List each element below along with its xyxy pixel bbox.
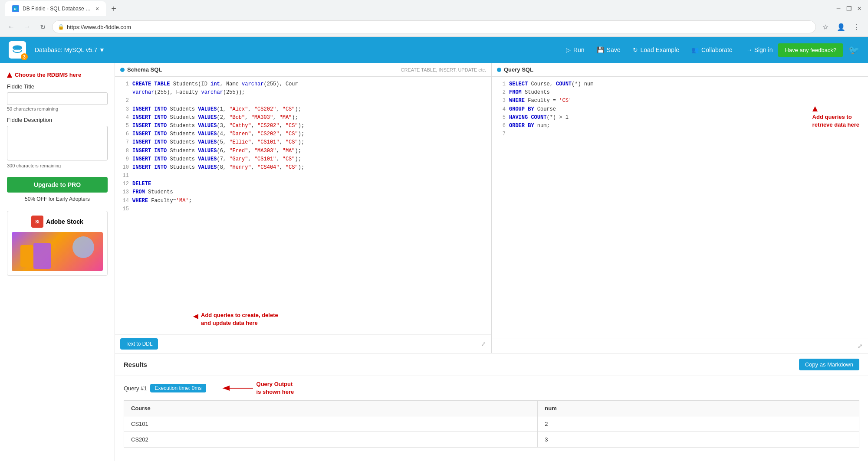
save-icon: 💾 [597,46,604,53]
results-header: Results Copy as Markdown [115,353,868,376]
app-logo: 3 [9,41,26,59]
schema-expand-icon[interactable]: ⤢ [481,340,486,347]
account-btn[interactable]: 👤 [835,21,847,33]
tab-favicon: D [12,5,19,12]
tab-close-btn[interactable]: × [95,5,99,12]
text-to-ddl-button[interactable]: Text to DDL [120,338,158,350]
sign-in-button[interactable]: → Sign in [746,46,773,53]
add-queries-schema-annotation: Add queries to create, deleteand update … [201,311,278,327]
sign-in-icon: → [746,46,753,53]
query-panel-label: Query SQL [504,66,533,73]
adobe-image [12,232,103,271]
query-number-label: Query #1 [124,385,147,392]
upgrade-button[interactable]: Upgrade to PRO [7,177,108,193]
load-example-button[interactable]: ↻ Load Example [628,44,685,56]
adobe-name: Adobe Stock [46,218,83,225]
feedback-button[interactable]: Have any feedback? [778,43,843,57]
svg-text:D: D [14,7,16,11]
menu-btn[interactable]: ⋮ [851,21,863,33]
close-btn[interactable]: × [856,5,863,12]
svg-point-2 [13,46,22,49]
results-title: Results [124,361,147,368]
header-nav: Database: MySQL v5.7 ▼ [35,46,552,53]
schema-panel-header: Schema SQL CREATE TABLE, INSERT, UPDATE … [115,63,491,77]
result-course-2: CS202 [124,432,538,448]
maximize-btn[interactable]: ❐ [845,5,852,12]
fiddle-title-label: Fiddle Title [7,83,108,90]
adobe-logo: St [31,216,43,228]
fiddle-desc-label: Fiddle Description [7,117,108,123]
schema-panel-label: Schema SQL [127,66,162,73]
run-icon: ▷ [566,46,571,53]
load-icon: ↻ [633,46,638,53]
query-panel-header: Query SQL [492,63,868,77]
fiddle-title-chars: 50 characters remaining [7,106,108,111]
results-panel: Results Copy as Markdown Query #1 Execut… [115,353,868,461]
query-panel: Query SQL 1SELECT Course, COUNT(*) num 2… [492,63,868,353]
result-row-2: CS202 3 [124,432,859,448]
result-course-1: CS101 [124,416,538,432]
adobe-ad: St Adobe Stock [7,211,108,276]
editor-area: Schema SQL CREATE TABLE, INSERT, UPDATE … [115,63,868,461]
logo-badge: 3 [21,53,28,60]
results-table: Course num CS101 2 CS202 [124,400,859,448]
browser-window: D DB Fiddle - SQL Database Playgr... × +… [0,0,868,461]
fiddle-title-input[interactable] [7,92,108,105]
query-panel-footer: ⤢ [492,339,868,353]
fiddle-desc-section: Fiddle Description 300 characters remain… [7,117,108,168]
header-right: → Sign in Have any feedback? 🐦 [746,43,859,57]
forward-btn[interactable]: → [21,21,33,33]
query-expand-icon[interactable]: ⤢ [858,343,863,350]
url-text: https://www.db-fiddle.com [67,24,810,30]
schema-panel-footer: Text to DDL ⤢ [115,334,491,353]
back-btn[interactable]: ← [5,21,17,33]
query-output-annotation: Query Outputis shown here [256,381,294,395]
schema-panel: Schema SQL CREATE TABLE, INSERT, UPDATE … [115,63,492,353]
col-num: num [538,401,859,416]
lock-icon: 🔒 [58,24,64,30]
bookmark-btn[interactable]: ☆ [819,21,832,33]
refresh-btn[interactable]: ↻ [36,21,49,33]
app-header: 3 Database: MySQL v5.7 ▼ ▷ Run 💾 Save ↻ … [0,37,868,63]
fiddle-desc-chars: 300 characters remaining [7,163,108,168]
early-adopters-text: 50% OFF for Early Adopters [7,196,108,202]
query-result: Query #1 Execution time: 0ms [115,376,868,452]
browser-tabs: D DB Fiddle - SQL Database Playgr... × + [5,1,120,16]
result-num-1: 2 [538,416,859,432]
run-button[interactable]: ▷ Run [561,44,590,56]
collaborate-icon: 👥 [691,46,699,53]
fiddle-desc-input[interactable] [7,126,108,160]
main-layout: Choose the RDBMS here Fiddle Title 50 ch… [0,63,868,461]
fiddle-title-section: Fiddle Title 50 characters remaining [7,83,108,111]
tab-title: DB Fiddle - SQL Database Playgr... [23,6,92,12]
query-code-editor[interactable]: 1SELECT Course, COUNT(*) num 2FROM Stude… [492,77,868,339]
result-num-2: 3 [538,432,859,448]
add-queries-query-annotation: Add queries toretrieve data here [812,113,859,129]
minimize-btn[interactable]: − [835,5,842,12]
twitter-icon[interactable]: 🐦 [848,45,859,55]
new-tab-button[interactable]: + [108,3,120,15]
result-row-1: CS101 2 [124,416,859,432]
schema-panel-subtext: CREATE TABLE, INSERT, UPDATE etc. [401,67,486,72]
address-bar[interactable]: 🔒 https://www.db-fiddle.com [52,20,816,33]
active-tab[interactable]: D DB Fiddle - SQL Database Playgr... × [5,1,106,16]
query-label-row: Query #1 Execution time: 0ms [124,380,859,396]
col-course: Course [124,401,538,416]
exec-time-badge: Execution time: 0ms [150,384,206,392]
save-button[interactable]: 💾 Save [592,44,626,56]
collaborate-button[interactable]: 👥 Collaborate [686,44,738,56]
choose-rdbms-annotation: Choose the RDBMS here [15,72,81,78]
schema-code-editor[interactable]: 1CREATE TABLE Students(ID int, Name varc… [115,77,491,334]
database-selector[interactable]: Database: MySQL v5.7 ▼ [35,46,105,53]
copy-markdown-button[interactable]: Copy as Markdown [799,359,859,370]
logo-icon: 3 [9,41,26,59]
left-sidebar: Choose the RDBMS here Fiddle Title 50 ch… [0,63,115,461]
